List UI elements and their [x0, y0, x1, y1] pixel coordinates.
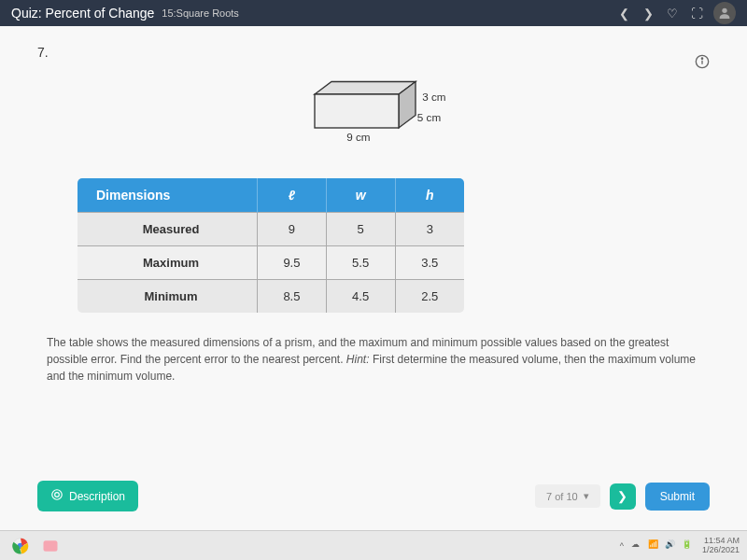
- svg-rect-11: [44, 540, 58, 552]
- cell-value: 9: [258, 213, 327, 246]
- row-label: Maximum: [77, 246, 258, 280]
- question-content: 7. 3 cm 5 cm 9 cm Dimensions ℓ w h: [0, 26, 747, 530]
- tray-chevron-icon[interactable]: ^: [620, 541, 624, 551]
- header-height: h: [395, 177, 465, 213]
- table-header-row: Dimensions ℓ w h: [77, 177, 466, 213]
- next-button[interactable]: ❯: [610, 483, 636, 510]
- row-label: Measured: [77, 213, 258, 246]
- hint-label: Hint:: [346, 353, 370, 366]
- cell-value: 4.5: [326, 280, 395, 315]
- table-row: Measured 9 5 3: [77, 213, 466, 246]
- description-button[interactable]: Description: [37, 481, 138, 511]
- cell-value: 2.5: [395, 280, 465, 315]
- pager[interactable]: 7 of 10 ▾: [535, 484, 600, 508]
- cell-value: 3: [395, 213, 465, 246]
- table-row: Maximum 9.5 5.5 3.5: [77, 246, 466, 280]
- pager-text: 7 of 10: [546, 491, 578, 502]
- header-right: ❮ ❯ ♡ ⛶: [616, 2, 736, 24]
- description-label: Description: [69, 490, 125, 503]
- chevron-down-icon: ▾: [584, 490, 589, 502]
- chevron-right-icon: ❯: [617, 489, 627, 503]
- dimensions-table: Dimensions ℓ w h Measured 9 5 3 Maximum …: [75, 175, 467, 315]
- chrome-icon[interactable]: [7, 535, 34, 557]
- row-label: Minimum: [77, 280, 258, 315]
- expand-icon[interactable]: ⛶: [689, 6, 704, 21]
- quiz-subtitle: 15:Square Roots: [162, 7, 239, 19]
- cell-value: 5.5: [326, 246, 395, 280]
- question-text: The table shows the measured dimensions …: [47, 334, 700, 385]
- heart-icon[interactable]: ♡: [665, 6, 680, 21]
- footer-right: 7 of 10 ▾ ❯ Submit: [535, 483, 710, 511]
- question-number: 7.: [37, 45, 710, 60]
- user-avatar[interactable]: [713, 2, 736, 24]
- cell-value: 8.5: [258, 280, 327, 315]
- header-length: ℓ: [258, 177, 327, 213]
- cell-value: 3.5: [395, 246, 465, 280]
- prism-height-label: 3 cm: [422, 91, 445, 103]
- prism-svg: 3 cm 5 cm 9 cm: [280, 69, 467, 153]
- header-width: w: [326, 177, 395, 213]
- target-icon: [50, 488, 63, 504]
- app-header: Quiz: Percent of Change 15:Square Roots …: [0, 0, 747, 26]
- wifi-icon[interactable]: 📶: [648, 539, 661, 553]
- header-dimensions: Dimensions: [77, 177, 258, 213]
- discord-icon[interactable]: [37, 535, 63, 557]
- onedrive-icon[interactable]: ☁: [631, 539, 644, 553]
- windows-taskbar: ^ ☁ 📶 🔊 🔋 11:54 AM 1/26/2021: [0, 530, 747, 560]
- system-clock[interactable]: 11:54 AM 1/26/2021: [702, 537, 740, 555]
- prism-width-label: 5 cm: [417, 111, 441, 123]
- taskbar-left: [7, 535, 63, 557]
- chevron-left-icon[interactable]: ❮: [616, 6, 631, 21]
- dimensions-table-container: Dimensions ℓ w h Measured 9 5 3 Maximum …: [75, 175, 467, 315]
- volume-icon[interactable]: 🔊: [665, 539, 678, 553]
- svg-point-8: [55, 493, 60, 497]
- quiz-title: Quiz: Percent of Change: [11, 6, 154, 21]
- svg-point-7: [52, 490, 63, 500]
- prism-length-label: 9 cm: [346, 131, 370, 143]
- cell-value: 5: [326, 213, 395, 246]
- svg-point-3: [701, 58, 702, 59]
- question-footer: Description 7 of 10 ▾ ❯ Submit: [37, 481, 710, 511]
- info-icon[interactable]: [695, 54, 710, 69]
- chevron-right-icon[interactable]: ❯: [641, 6, 655, 21]
- svg-rect-6: [315, 94, 399, 128]
- table-row: Minimum 8.5 4.5 2.5: [77, 280, 466, 315]
- submit-button[interactable]: Submit: [645, 483, 710, 511]
- cell-value: 9.5: [258, 246, 327, 280]
- header-left: Quiz: Percent of Change 15:Square Roots: [11, 6, 239, 21]
- clock-date: 1/26/2021: [702, 546, 740, 555]
- battery-icon[interactable]: 🔋: [682, 539, 695, 553]
- svg-point-0: [722, 8, 726, 13]
- taskbar-right: ^ ☁ 📶 🔊 🔋 11:54 AM 1/26/2021: [620, 537, 740, 555]
- prism-diagram: 3 cm 5 cm 9 cm: [243, 69, 504, 157]
- person-icon: [717, 6, 732, 21]
- tray-icons: ☁ 📶 🔊 🔋: [631, 539, 695, 553]
